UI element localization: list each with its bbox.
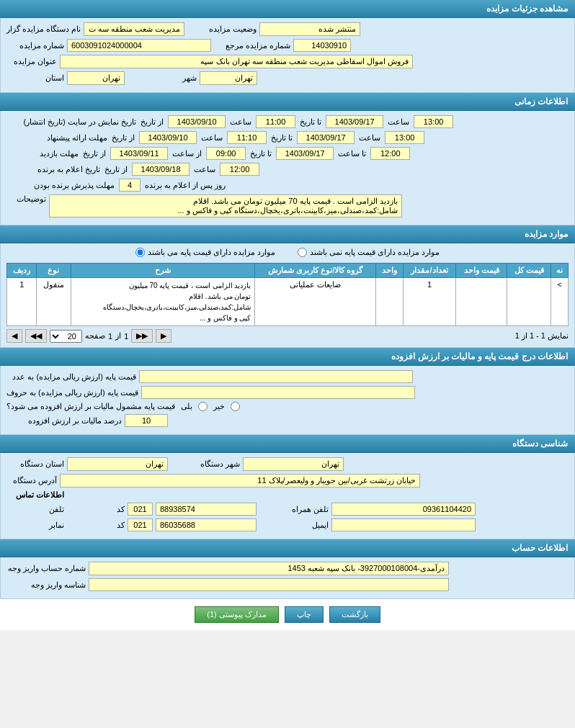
- page-first-btn[interactable]: ◀◀: [25, 329, 47, 343]
- shomare-moraje-value: 14030910: [293, 39, 351, 52]
- label-row-4: تاریخ اعلام به برنده: [6, 165, 100, 174]
- td-sharh: بازدید الزامی است ، قیمت پایه 70 میلیونت…: [71, 278, 255, 326]
- onvan-label: عنوان مزایده: [6, 57, 57, 66]
- th-tedad: تعداد/مقدار: [403, 264, 455, 278]
- date-to-3: 1403/09/17: [276, 147, 334, 160]
- col-ostan: تهران استان: [6, 71, 125, 85]
- shomare-mazayede-value: 6003091024000004: [67, 39, 211, 52]
- shenase-value: [89, 578, 449, 591]
- col-namar: 86035688 021 کد نمابر: [6, 518, 257, 531]
- th-radif: ردیف: [7, 264, 37, 278]
- date-from-3: 1403/09/11: [110, 147, 168, 160]
- tozih-value: بازدید الزامی است . قیمت پایه 70 میلیون …: [49, 194, 402, 217]
- time-row-5: روز پس از اعلام به برنده 4 مهلت پذیرش بر…: [6, 179, 569, 192]
- col-name-gozar: مدیریت شعب منطقه سه ت نام دستگاه مزایده …: [6, 22, 184, 36]
- row-shomareha: 14030910 شماره مزایده مرجع 6003091024000…: [6, 39, 569, 52]
- zamani-content: 13:00 ساعت 1403/09/17 تا تاریخ 11:00 ساع…: [0, 111, 575, 225]
- row-ostan-shahr: تهران شهر تهران استان: [6, 71, 569, 85]
- date-from-2: 1403/09/10: [139, 131, 197, 144]
- radio-no-price-input[interactable]: [298, 248, 307, 257]
- tel-label: کد: [67, 505, 125, 514]
- time-to-2: 13:00: [385, 131, 424, 144]
- time-from-4: 12:00: [220, 163, 259, 176]
- mashol-yes-radio[interactable]: [198, 402, 208, 411]
- time-row-1: 13:00 ساعت 1403/09/17 تا تاریخ 11:00 ساع…: [6, 115, 569, 128]
- td-vahed: [376, 278, 404, 326]
- madarek-button[interactable]: مدارک پیوستی (1): [195, 606, 279, 623]
- movarad-content: موارد مزایده دارای قیمت پایه نمی باشند م…: [0, 243, 575, 348]
- section-header-mazayede: مشاهده جزئیات مزایده: [0, 0, 575, 18]
- tel-main-label: تلفن: [6, 505, 64, 514]
- th-ne: نه: [551, 264, 569, 278]
- namar-code-label: کد: [67, 521, 125, 530]
- vaziat-value: منتشر شده: [259, 22, 360, 36]
- page-total: 1: [108, 332, 112, 341]
- label-row-1: تاریخ نمایش در سایت (تاریخ انتشار): [6, 117, 136, 127]
- dastagah-ostan-label: استان دستگاه: [6, 459, 64, 469]
- date-from-1: 1403/09/10: [168, 115, 226, 128]
- tax-label: درصد مالیات بر ارزش افزوده: [6, 416, 122, 426]
- dastagah-content: تهران شهر دستگاه تهران استان دستگاه خیاب…: [0, 453, 575, 539]
- price-horof-value: [141, 386, 415, 399]
- td-tedad: 1: [403, 278, 455, 326]
- row-shomare-hesab: درآمدی-3927000108004- بانک سپه شعبه 1453…: [6, 562, 569, 575]
- movarad-table: نه قیمت کل قیمت واحد تعداد/مقدار واحد گر…: [6, 263, 569, 326]
- price-adad-value: [139, 370, 413, 383]
- mashol-no-label: خیر: [213, 402, 225, 411]
- adres-label: آدرس دستگاه: [6, 476, 57, 485]
- section-header-dastagah: شناسی دستگاه: [0, 435, 575, 453]
- radio-has-price-input[interactable]: [135, 248, 145, 257]
- page-size-select[interactable]: 20 50 100: [50, 330, 82, 343]
- price-horof-row: قیمت پایه (ارزش ریالی مزایده) به حروف: [6, 386, 569, 399]
- date-to-2: 1403/09/17: [297, 131, 355, 144]
- col-shahr: تهران شهر: [139, 71, 257, 85]
- pagination-controls[interactable]: ▶ ▶▶ 1 از 1 صفحه 20 50 100 ◀◀ ◀: [6, 329, 171, 343]
- page-last-btn[interactable]: ▶▶: [131, 329, 153, 343]
- namar-code: 021: [128, 518, 153, 531]
- time-from-2: 11:10: [227, 131, 267, 144]
- page-current: 1: [124, 332, 128, 341]
- radio-has-price[interactable]: موارد مزایده دارای قیمت پایه می باشند: [135, 248, 275, 257]
- hesab-content: درآمدی-3927000108004- بانک سپه شعبه 1453…: [0, 557, 575, 599]
- td-price-unit: [456, 278, 507, 326]
- ostan-label: استان: [6, 73, 64, 83]
- dastagah-shahr-value: تهران: [243, 457, 344, 471]
- shomare-moraje-label: شماره مزایده مرجع: [226, 41, 290, 50]
- td-ne: >: [551, 278, 569, 326]
- vaziat-label: وضعیت مزایده: [199, 24, 257, 34]
- row-adres: خیابان زرتشت غربی/بین جویبار و ولیعصر/پل…: [6, 474, 569, 487]
- row-shenase: شناسه واریز وجه: [6, 578, 569, 591]
- bazgasht-button[interactable]: بازگشت: [329, 606, 380, 623]
- row-name-vaziat: منتشر شده وضعیت مزایده مدیریت شعب منطقه …: [6, 22, 569, 36]
- email-label: ایمیل: [271, 521, 329, 530]
- tel-hamrah-value: 09361104420: [331, 503, 476, 516]
- col-shomare-mazayede: 6003091024000004 شماره مزایده: [6, 39, 211, 52]
- row-namar-email: ایمیل 86035688 021 کد نمابر: [6, 518, 569, 531]
- page-next-btn[interactable]: ▶: [156, 329, 171, 343]
- namar-label: نمابر: [6, 521, 64, 530]
- td-radif: 1: [7, 278, 37, 326]
- time-row-3: 12:00 تا ساعت 1403/09/17 تا تاریخ 09:00 …: [6, 147, 569, 160]
- ettelaat-label: اطلاعات تماس: [6, 490, 64, 500]
- time-to-3: 12:00: [370, 147, 410, 160]
- td-group: ضایعات عملیاتی: [255, 278, 376, 326]
- row-tel: 09361104420 تلفن همراه 88938574 021 کد ت…: [6, 503, 569, 516]
- table-row: > 1 ضایعات عملیاتی بازدید الزامی است ، ق…: [7, 278, 569, 326]
- col-vaziat: منتشر شده وضعیت مزایده: [199, 22, 360, 36]
- name-gozar-value: مدیریت شعب منطقه سه ت: [84, 22, 184, 36]
- page-prev-btn[interactable]: ◀: [6, 329, 22, 343]
- mazayede-details-content: منتشر شده وضعیت مزایده مدیریت شعب منطقه …: [0, 18, 575, 93]
- tax-row: 10 درصد مالیات بر ارزش افزوده: [6, 414, 569, 427]
- chap-button[interactable]: چاپ: [285, 606, 324, 623]
- mashol-no-radio[interactable]: [231, 402, 240, 411]
- shahr-value: تهران: [200, 71, 257, 85]
- mohlat-label: مهلت پذیرش برنده بودن: [6, 181, 115, 190]
- tel-value: 88938574: [156, 503, 257, 516]
- movarad-table-container: نه قیمت کل قیمت واحد تعداد/مقدار واحد گر…: [6, 263, 569, 326]
- th-price-unit: قیمت واحد: [456, 264, 507, 278]
- radio-no-price[interactable]: موارد مزایده دارای قیمت پایه نمی باشند: [298, 248, 440, 257]
- time-row-4: 12:00 ساعت 1403/09/18 از تاریخ تاریخ اعل…: [6, 163, 569, 176]
- namar-value: 86035688: [156, 518, 257, 531]
- tozih-row: بازدید الزامی است . قیمت پایه 70 میلیون …: [6, 194, 569, 217]
- email-value: [331, 518, 476, 531]
